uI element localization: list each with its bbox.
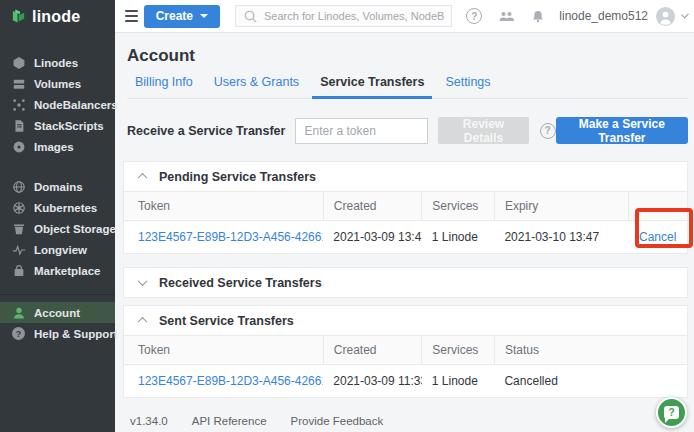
received-transfers-header[interactable]: Received Service Transfers: [124, 268, 687, 297]
col-created: Created: [323, 336, 422, 365]
domains-globe-icon: [11, 179, 26, 194]
sidebar-item-images[interactable]: Images: [0, 136, 115, 157]
nodebalancers-icon: [11, 97, 26, 112]
search-bar[interactable]: [235, 5, 452, 27]
kubernetes-wheel-icon: [11, 200, 26, 215]
tab-users-grants[interactable]: Users & Grants: [206, 75, 307, 99]
provide-feedback-link[interactable]: Provide Feedback: [291, 415, 384, 427]
expiry-cell: 2021-03-10 13:47: [494, 221, 629, 254]
shopping-bag-icon: [11, 263, 26, 278]
make-service-transfer-button[interactable]: Make a Service Transfer: [556, 117, 688, 144]
table-row: 123E4567-E89B-12D3-A456-426614174000 202…: [124, 221, 687, 254]
receive-help-icon[interactable]: ?: [540, 123, 556, 139]
notifications-bell-icon[interactable]: [531, 9, 545, 24]
tab-settings[interactable]: Settings: [437, 75, 498, 99]
topbar: Create ? linode_demo512: [115, 0, 694, 33]
created-cell: 2021-03-09 11:33: [323, 365, 422, 398]
tab-billing-info[interactable]: Billing Info: [127, 75, 201, 99]
sidebar-item-marketplace[interactable]: Marketplace: [0, 260, 115, 281]
sidebar-item-label: Linodes: [34, 57, 78, 69]
sidebar-item-label: Longview: [34, 244, 87, 256]
token-link[interactable]: 123E4567-E89B-12D3-A456-426614174001: [138, 374, 323, 388]
images-icon: [11, 139, 26, 154]
review-details-button[interactable]: Review Details: [438, 117, 528, 144]
search-input[interactable]: [264, 10, 444, 22]
sidebar-item-label: Object Storage: [34, 223, 116, 235]
collapse-caret-icon: [138, 317, 148, 327]
col-token: Token: [124, 192, 323, 221]
section-title: Pending Service Transfers: [159, 170, 316, 184]
sidebar-item-label: Volumes: [34, 78, 81, 90]
services-cell: 1 Linode: [422, 365, 495, 398]
help-icon[interactable]: ?: [466, 8, 482, 24]
sidebar-item-account[interactable]: Account: [0, 302, 115, 323]
hamburger-menu-icon[interactable]: [125, 10, 138, 22]
sidebar-item-label: NodeBalancers: [34, 99, 118, 111]
sidebar-item-label: StackScripts: [34, 120, 104, 132]
sidebar-item-object-storage[interactable]: Object Storage: [0, 218, 115, 239]
received-transfers-card: Received Service Transfers: [123, 267, 688, 298]
sidebar-item-label: Marketplace: [34, 265, 100, 277]
avatar[interactable]: [656, 7, 675, 26]
sidebar-item-kubernetes[interactable]: Kubernetes: [0, 197, 115, 218]
sidebar-item-label: Domains: [34, 181, 83, 193]
page-title: Account: [127, 46, 688, 66]
account-menu-chevron-icon[interactable]: [681, 11, 689, 19]
bucket-icon: [11, 221, 26, 236]
volumes-icon: [11, 76, 26, 91]
collapse-caret-icon: [138, 173, 148, 183]
sidebar-item-longview[interactable]: Longview: [0, 239, 115, 260]
sidebar-item-label: Images: [34, 141, 74, 153]
sidebar-item-volumes[interactable]: Volumes: [0, 73, 115, 94]
pending-transfers-card: Pending Service Transfers Token Created …: [123, 161, 688, 254]
tab-bar: Billing Info Users & Grants Service Tran…: [127, 75, 688, 99]
cancel-link[interactable]: Cancel: [639, 230, 676, 244]
tab-service-transfers[interactable]: Service Transfers: [312, 75, 432, 99]
table-row: 123E4567-E89B-12D3-A456-426614174001 202…: [124, 365, 687, 398]
sent-transfers-table: Token Created Services Status 123E4567-E…: [124, 335, 687, 397]
section-title: Sent Service Transfers: [159, 314, 294, 328]
linode-logo[interactable]: linode: [0, 0, 115, 33]
expand-caret-icon: [138, 276, 148, 286]
sidebar-item-linodes[interactable]: Linodes: [0, 52, 115, 73]
pending-transfers-table: Token Created Services Expiry 123E4567-E…: [124, 191, 687, 253]
footer: v1.34.0 API Reference Provide Feedback: [130, 415, 688, 427]
col-status: Status: [494, 336, 687, 365]
col-expiry: Expiry: [494, 192, 629, 221]
token-input[interactable]: [295, 118, 428, 144]
sent-transfers-card: Sent Service Transfers Token Created Ser…: [123, 305, 688, 398]
sidebar-item-stackscripts[interactable]: StackScripts: [0, 115, 115, 136]
token-link[interactable]: 123E4567-E89B-12D3-A456-426614174000: [138, 230, 323, 244]
receive-transfer-row: Receive a Service Transfer Review Detail…: [127, 117, 688, 144]
status-cell: Cancelled: [494, 365, 687, 398]
username[interactable]: linode_demo512: [559, 9, 648, 23]
create-button-label: Create: [156, 9, 193, 23]
sidebar: linode Linodes Volumes NodeBalancers Sta…: [0, 0, 115, 432]
sidebar-item-help-support[interactable]: ? Help & Support: [0, 323, 115, 344]
api-reference-link[interactable]: API Reference: [192, 415, 267, 427]
community-icon[interactable]: [498, 9, 515, 24]
main-content: Account Billing Info Users & Grants Serv…: [115, 33, 694, 432]
created-cell: 2021-03-09 13:47: [323, 221, 422, 254]
chevron-down-icon: [200, 14, 208, 18]
sent-transfers-header[interactable]: Sent Service Transfers: [124, 306, 687, 335]
create-button[interactable]: Create: [144, 5, 220, 28]
pulse-icon: [11, 242, 26, 257]
sidebar-item-domains[interactable]: Domains: [0, 176, 115, 197]
linode-logo-icon: [11, 9, 26, 24]
services-cell: 1 Linode: [422, 221, 495, 254]
sidebar-item-label: Kubernetes: [34, 202, 97, 214]
sidebar-item-nodebalancers[interactable]: NodeBalancers: [0, 94, 115, 115]
search-icon: [243, 9, 258, 24]
support-chat-button[interactable]: ?: [656, 397, 687, 428]
pending-transfers-header[interactable]: Pending Service Transfers: [124, 162, 687, 191]
col-token: Token: [124, 336, 323, 365]
account-person-icon: [11, 305, 26, 320]
sidebar-nav: Linodes Volumes NodeBalancers StackScrip…: [0, 33, 115, 344]
linode-cube-icon: [11, 55, 26, 70]
logo-text: linode: [32, 8, 80, 26]
chat-bubble-icon: ?: [664, 406, 679, 419]
table-header-row: Token Created Services Status: [124, 336, 687, 365]
help-circle-icon: ?: [11, 326, 26, 341]
section-title: Received Service Transfers: [159, 276, 322, 290]
